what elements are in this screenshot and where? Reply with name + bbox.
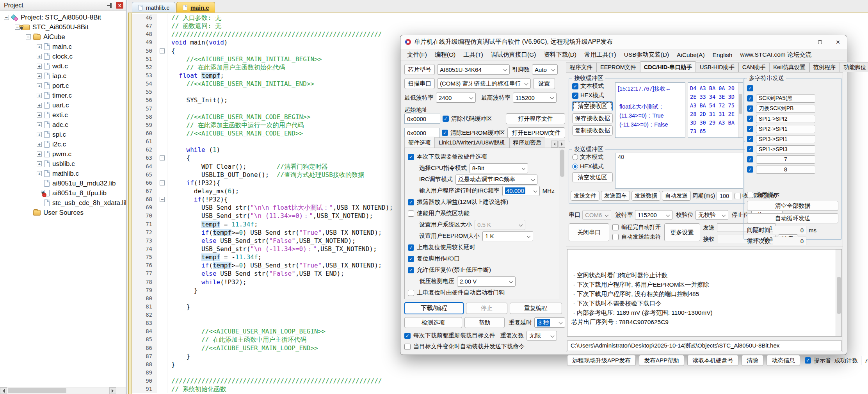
multi-item-field[interactable]: SPI2->SPI1 xyxy=(756,125,815,133)
multi-item-field[interactable]: 7 xyxy=(756,155,815,164)
tree-item-aicube[interactable]: −AiCube xyxy=(0,32,126,42)
serial-baud-select[interactable]: 115200 xyxy=(635,210,672,220)
options-scrollbar[interactable] xyxy=(559,148,565,299)
fold-margin[interactable] xyxy=(157,38,167,46)
receive-text-area[interactable]: [15:12:17.767]接收← float比大小测试： (11.34>=0)… xyxy=(615,82,685,138)
multi-item-field[interactable]: SPI3->SPI1 xyxy=(756,135,815,143)
fold-margin[interactable] xyxy=(157,203,167,212)
fold-margin[interactable]: − xyxy=(157,179,167,187)
option-select[interactable]: 2.00 V xyxy=(457,276,516,287)
expand-icon[interactable]: + xyxy=(37,171,42,176)
reload-target-checkbox[interactable]: ✓ xyxy=(404,333,411,339)
tree-item-wdt-c[interactable]: +wdt.c xyxy=(0,61,126,71)
bottom-button-远程现场升级APP发布[interactable]: 远程现场升级APP发布 xyxy=(567,355,636,366)
hw-tab-0[interactable]: 硬件选项 xyxy=(404,137,435,148)
expand-icon[interactable]: + xyxy=(37,73,42,78)
fold-collapse-icon[interactable]: − xyxy=(160,155,165,160)
send-hex-mode-radio[interactable] xyxy=(572,164,578,169)
chip-type-button[interactable]: 芯片型号 xyxy=(404,64,435,75)
option-select[interactable]: 1 K xyxy=(482,231,533,241)
main-tab-4[interactable]: CAN助手 xyxy=(738,62,770,72)
repeat-program-button[interactable]: 重复编程 xyxy=(510,303,562,314)
editor-tab-main-c[interactable]: main.c xyxy=(176,2,215,12)
fold-margin[interactable] xyxy=(157,369,167,377)
main-tab-1[interactable]: EEPROM文件 xyxy=(596,62,640,72)
info-log-area[interactable]: · 空闲状态时看门狗定时器停止计数 · 下次下载用户程序时, 将用户EEPROM… xyxy=(567,249,842,337)
option-checkbox[interactable]: ✓ xyxy=(408,154,414,160)
option-checkbox[interactable]: ✓ xyxy=(408,256,414,262)
fold-margin[interactable] xyxy=(157,14,167,22)
bottom-button-读取本机硬盘号[interactable]: 读取本机硬盘号 xyxy=(687,355,738,366)
multi-item-field[interactable]: 8 xyxy=(756,166,815,174)
fold-margin[interactable] xyxy=(157,237,167,245)
parity-select[interactable]: 无校验 xyxy=(695,210,728,220)
main-tab-0[interactable]: 程序文件 xyxy=(566,62,596,72)
fold-margin[interactable]: − xyxy=(157,154,167,162)
menu--T-[interactable]: 常用工具(T) xyxy=(581,50,620,60)
tab-scroll-right-icon[interactable] xyxy=(559,141,565,148)
main-tab-5[interactable]: Keil仿真设置 xyxy=(769,62,809,72)
option-select[interactable]: 0.5 K xyxy=(475,220,525,230)
tree-item-i2c-c[interactable]: +i2c.c xyxy=(0,139,126,149)
fold-margin[interactable] xyxy=(157,344,167,352)
multi-item-checkbox[interactable]: ✓ xyxy=(747,105,753,112)
bottom-button-发布APP帮助[interactable]: 发布APP帮助 xyxy=(639,355,684,366)
fold-margin[interactable]: − xyxy=(157,195,167,203)
fold-margin[interactable] xyxy=(157,162,167,171)
fold-margin[interactable] xyxy=(157,220,167,228)
multi-item-field[interactable]: SPI1->SPI3 xyxy=(756,145,815,153)
fold-margin[interactable] xyxy=(157,96,167,104)
fold-margin[interactable] xyxy=(157,286,167,294)
fold-margin[interactable] xyxy=(157,146,167,154)
multi-item-checkbox[interactable]: ✓ xyxy=(747,156,753,162)
multi-item-field[interactable]: 刀换SCK到PB xyxy=(756,105,815,113)
max-baud-select[interactable]: 115200 xyxy=(513,93,557,103)
send-button-发送回车[interactable]: 发送回车 xyxy=(601,191,630,201)
expand-icon[interactable]: + xyxy=(37,54,42,59)
tree-item-ai8051u-8-tfpu-lib[interactable]: ai8051u_8_tfpu.lib xyxy=(0,188,126,198)
send-text-mode-radio[interactable] xyxy=(572,154,578,160)
fold-margin[interactable] xyxy=(157,212,167,220)
fold-margin[interactable] xyxy=(157,187,167,195)
fold-margin[interactable] xyxy=(157,88,167,96)
multi-item-checkbox[interactable]: ✓ xyxy=(747,146,753,152)
min-baud-select[interactable]: 2400 xyxy=(436,93,476,103)
serial-port-select[interactable]: COM6 xyxy=(582,210,611,220)
multi-item-checkbox[interactable]: ✓ xyxy=(747,126,753,132)
fold-margin[interactable] xyxy=(157,80,167,88)
hex-file-path[interactable]: C:\Users\Administrator\Desktop\2025-10-1… xyxy=(567,341,842,351)
send-button-发送数据[interactable]: 发送数据 xyxy=(631,191,660,201)
more-settings-button[interactable]: 更多设置 xyxy=(664,223,700,241)
scroll-thumb[interactable] xyxy=(8,388,66,393)
fold-margin[interactable] xyxy=(157,377,167,385)
chip-type-select[interactable]: AI8051U-34K64 xyxy=(437,64,510,75)
tree-item-pwm-c[interactable]: +pwm.c xyxy=(0,149,126,159)
fold-margin[interactable] xyxy=(157,245,167,253)
hw-tab-1[interactable]: Link1D/Writer1A/U8W脱机 xyxy=(435,137,509,148)
clear-all-button[interactable]: 清空全部数据 xyxy=(747,201,838,211)
pins-select[interactable]: Auto xyxy=(532,64,558,75)
menu-AiCube-A-[interactable]: AiCube(A) xyxy=(673,51,708,59)
option-select[interactable]: 总是动态调节IRC频率 xyxy=(455,175,537,185)
fold-margin[interactable] xyxy=(157,253,167,261)
fold-margin[interactable] xyxy=(157,303,167,311)
fold-margin[interactable] xyxy=(157,30,167,38)
fold-margin[interactable] xyxy=(157,55,167,63)
scan-port-button[interactable]: 扫描串口 xyxy=(404,78,435,89)
open-file-button[interactable]: 打开EEPROM文件 xyxy=(507,127,565,138)
option-checkbox[interactable]: ✓ xyxy=(408,199,414,205)
main-tab-2[interactable]: CDC/HID-串口助手 xyxy=(640,61,696,72)
clear-send-button[interactable]: 清空发送区 xyxy=(572,172,613,182)
fold-margin[interactable] xyxy=(157,121,167,129)
tree-item-iap-c[interactable]: +iap.c xyxy=(0,71,126,81)
auto-end-checkbox[interactable] xyxy=(612,234,619,240)
auto-loop-button[interactable]: 自动循环发送 xyxy=(747,213,838,223)
tree-item-mathlib-c[interactable]: +mathlib.c xyxy=(0,169,126,178)
option-checkbox[interactable] xyxy=(408,210,414,217)
expand-icon[interactable]: + xyxy=(37,93,42,98)
check-options-button[interactable]: 检测选项 xyxy=(404,317,462,328)
fold-margin[interactable] xyxy=(157,269,167,278)
menu-USB-D-[interactable]: USB驱动安装(D) xyxy=(621,50,672,60)
info-scrollbar[interactable] xyxy=(836,250,841,336)
menu--T-[interactable]: 工具(T) xyxy=(460,50,487,60)
